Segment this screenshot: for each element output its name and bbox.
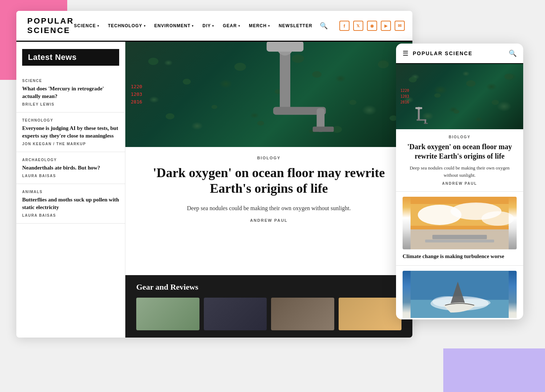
svg-rect-18: [432, 235, 487, 239]
gear-item[interactable]: [204, 298, 267, 330]
email-icon[interactable]: ✉: [395, 21, 405, 31]
list-item: ARCHAEOLOGY Neanderthals ate birds. But …: [16, 152, 125, 184]
mobile-search-icon[interactable]: 🔍: [509, 49, 517, 57]
nav-technology-label: TECHNOLOGY: [108, 23, 142, 28]
news-category: TECHNOLOGY: [22, 118, 119, 122]
chevron-down-icon: ▾: [97, 24, 99, 28]
chevron-down-icon: ▾: [268, 24, 270, 28]
mobile-article-body: BIOLOGY 'Dark oxygen' on ocean floor may…: [396, 129, 523, 192]
mobile-nav: ☰ POPULAR SCIENCE 🔍: [396, 44, 523, 64]
nav-links: SCIENCE ▾ TECHNOLOGY ▾ ENVIRONMENT ▾ DIY…: [74, 23, 312, 28]
svg-rect-17: [411, 229, 509, 249]
gear-item[interactable]: [339, 298, 402, 330]
news-title[interactable]: Everyone is judging AI by these tests, b…: [22, 124, 119, 140]
mobile-window: ☰ POPULAR SCIENCE 🔍 1220 1203 2816: [396, 44, 523, 319]
news-author: LAURA BAISAS: [22, 174, 119, 178]
nav-science[interactable]: SCIENCE ▾: [74, 23, 99, 28]
gear-section-title: Gear and Reviews: [136, 282, 401, 292]
mobile-article-tag: BIOLOGY: [403, 135, 517, 139]
nodule-dot: [409, 77, 417, 82]
mobile-digital-display: 1220 1203 2816: [400, 88, 409, 105]
nav-newsletter-label: NEWSLETTER: [279, 23, 312, 28]
content-area: Latest News SCIENCE What does 'Mercury i…: [16, 42, 412, 338]
mobile-display-line-3: 2816: [400, 99, 409, 105]
gear-item[interactable]: [271, 298, 334, 330]
mobile-logo[interactable]: POPULAR SCIENCE: [413, 50, 509, 56]
svg-rect-0: [280, 48, 290, 113]
mobile-secondary-title[interactable]: Climate change is making turbulence wors…: [403, 253, 517, 260]
nav-technology[interactable]: TECHNOLOGY ▾: [108, 23, 146, 28]
news-category: ARCHAEOLOGY: [22, 158, 119, 162]
mobile-display-line-1: 1220: [400, 88, 409, 94]
news-title[interactable]: Neanderthals ate birds. But how?: [22, 164, 119, 172]
nodule-dot: [504, 74, 513, 79]
svg-rect-19: [425, 240, 494, 242]
news-author: LAURA BAISAS: [22, 213, 119, 217]
shark-illustration: [403, 271, 517, 318]
mobile-article-headline: 'Dark oxygen' on ocean floor may rewrite…: [403, 142, 517, 161]
nav-diy-label: DIY: [202, 23, 211, 28]
facebook-icon[interactable]: f: [339, 21, 350, 31]
article-author: ANDREW PAUL: [140, 218, 398, 222]
nav-newsletter[interactable]: NEWSLETTER: [279, 23, 312, 28]
mobile-turbulence-image: [403, 197, 517, 249]
main-browser-window: POPULAR SCIENCE SCIENCE ▾ TECHNOLOGY ▾ E…: [16, 11, 412, 338]
nav-environment-label: ENVIRONMENT: [154, 23, 191, 28]
hamburger-icon[interactable]: ☰: [403, 49, 408, 57]
mobile-secondary-article: Climate change is making turbulence wors…: [396, 192, 523, 266]
list-item: TECHNOLOGY Everyone is judging AI by the…: [16, 113, 125, 152]
mobile-article-author: ANDREW PAUL: [403, 181, 517, 185]
chevron-down-icon: ▾: [144, 24, 146, 28]
list-item: SCIENCE What does 'Mercury in retrograde…: [16, 73, 125, 113]
svg-rect-11: [415, 107, 422, 109]
gear-section: Gear and Reviews: [125, 275, 412, 338]
gear-items-list: [136, 298, 401, 330]
gear-item[interactable]: [136, 298, 199, 330]
article-hero-image: 1220 1203 2816: [125, 42, 412, 147]
sidebar: Latest News SCIENCE What does 'Mercury i…: [16, 42, 125, 338]
nav-environment[interactable]: ENVIRONMENT ▾: [154, 23, 194, 28]
search-icon[interactable]: 🔍: [320, 22, 328, 30]
news-title[interactable]: Butterflies and moths suck up pollen wit…: [22, 196, 119, 211]
youtube-icon[interactable]: ▶: [381, 21, 391, 31]
article-headline: 'Dark oxygen' on ocean floor may rewrite…: [140, 165, 398, 196]
bg-decoration-purple: [443, 348, 545, 392]
svg-point-16: [481, 211, 514, 226]
article-deck: Deep sea nodules could be making their o…: [140, 204, 398, 213]
news-author: BRILEY LEWIS: [22, 102, 119, 106]
nav-gear-label: GEAR: [223, 23, 237, 28]
news-title[interactable]: What does 'Mercury in retrograde' actual…: [22, 85, 119, 100]
svg-rect-5: [267, 42, 304, 52]
site-logo[interactable]: POPULAR SCIENCE: [27, 16, 74, 35]
latest-news-header: Latest News: [22, 49, 119, 66]
mobile-article-deck: Deep sea nodules could be making their o…: [403, 164, 517, 179]
main-article-area: 1220 1203 2816 BIOLOGY 'Dark oxygen' on: [125, 42, 412, 338]
chevron-down-icon: ▾: [192, 24, 194, 28]
mobile-content: 1220 1203 2816 BIOLOGY 'Dark oxygen' on …: [396, 64, 523, 318]
news-category: SCIENCE: [22, 79, 119, 83]
svg-rect-3: [313, 127, 334, 132]
nav-gear[interactable]: GEAR ▾: [223, 23, 240, 28]
nodule-dot: [466, 80, 476, 87]
news-author: JON KEEGAN / THE MARKUP: [22, 142, 119, 146]
svg-rect-9: [424, 123, 428, 124]
nav-diy[interactable]: DIY ▾: [202, 23, 214, 28]
rov-arm-icon: [136, 42, 412, 140]
nav-science-label: SCIENCE: [74, 23, 96, 28]
mobile-display-line-2: 1203: [400, 94, 409, 99]
nav-merch[interactable]: MERCH ▾: [249, 23, 270, 28]
x-twitter-icon[interactable]: 𝕏: [353, 21, 363, 31]
article-body: BIOLOGY 'Dark oxygen' on ocean floor may…: [125, 147, 412, 233]
svg-rect-6: [418, 109, 420, 121]
news-category: ANIMALS: [22, 190, 119, 194]
chevron-down-icon: ▾: [212, 24, 214, 28]
mobile-hero-image: 1220 1203 2816: [396, 64, 523, 129]
nodule-dot: [453, 110, 459, 114]
nodule-dot: [492, 100, 499, 105]
nodule-dot: [434, 93, 441, 98]
mobile-rov-arm-icon: [403, 106, 432, 126]
list-item: ANIMALS Butterflies and moths suck up po…: [16, 184, 125, 224]
nav-bar: POPULAR SCIENCE SCIENCE ▾ TECHNOLOGY ▾ E…: [16, 11, 412, 42]
turbulence-illustration: [403, 197, 517, 249]
instagram-icon[interactable]: ◉: [367, 21, 377, 31]
